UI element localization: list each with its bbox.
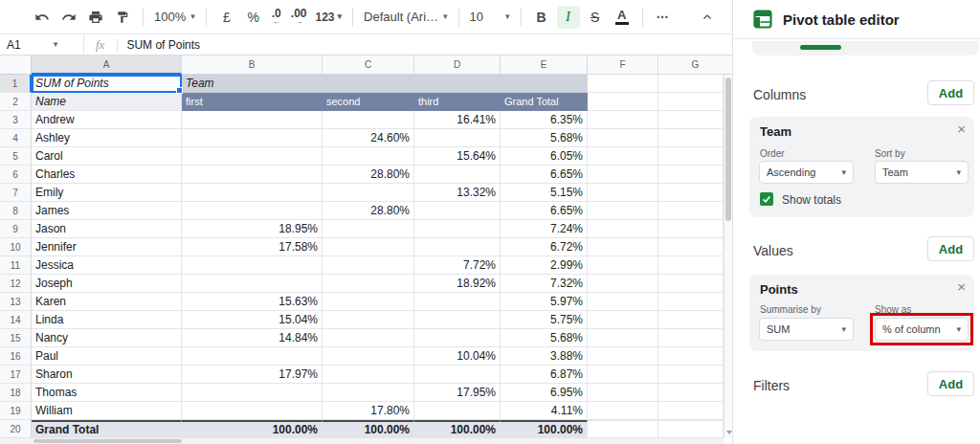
grand-total-value-cell[interactable]: 7.32% bbox=[501, 275, 588, 293]
third-value-cell[interactable] bbox=[414, 129, 501, 147]
cell[interactable] bbox=[588, 129, 658, 147]
name-cell[interactable]: Charles bbox=[32, 166, 182, 184]
strikethrough-button[interactable]: S bbox=[584, 6, 607, 29]
grand-total-value-cell[interactable]: 6.65% bbox=[501, 202, 588, 220]
summarise-by-dropdown[interactable]: SUM ▾ bbox=[759, 318, 854, 341]
third-value-cell[interactable] bbox=[414, 238, 501, 256]
first-value-cell[interactable] bbox=[182, 384, 323, 402]
grand-total-value-cell[interactable]: 5.15% bbox=[501, 184, 588, 202]
values-add-button[interactable]: Add bbox=[927, 236, 974, 261]
first-value-cell[interactable] bbox=[182, 256, 323, 275]
font-size-select[interactable]: 10 ▾ bbox=[470, 10, 510, 24]
cell[interactable] bbox=[658, 256, 724, 275]
row-header[interactable]: 17 bbox=[0, 366, 32, 384]
third-value-cell[interactable] bbox=[414, 166, 501, 184]
cell[interactable] bbox=[588, 420, 658, 438]
cell[interactable] bbox=[588, 238, 658, 256]
name-cell[interactable]: Emily bbox=[32, 184, 182, 202]
cell[interactable] bbox=[588, 402, 658, 420]
name-box[interactable]: A1 ▾ bbox=[0, 34, 84, 55]
cell[interactable] bbox=[658, 238, 724, 256]
grand-total-value-cell[interactable]: 6.35% bbox=[501, 111, 588, 129]
print-button[interactable] bbox=[84, 6, 107, 29]
second-value-cell[interactable]: 24.60% bbox=[323, 129, 414, 147]
second-value-cell[interactable]: 17.80% bbox=[323, 402, 414, 420]
pivot-column-header-grand-total[interactable]: Grand Total bbox=[501, 93, 588, 111]
columns-add-button[interactable]: Add bbox=[927, 80, 974, 105]
third-value-cell[interactable] bbox=[414, 366, 501, 384]
first-value-cell[interactable] bbox=[182, 166, 323, 184]
third-value-cell[interactable]: 7.72% bbox=[414, 256, 501, 275]
third-value-cell[interactable] bbox=[414, 311, 501, 329]
cell[interactable] bbox=[658, 129, 724, 147]
row-header[interactable]: 15 bbox=[0, 329, 32, 347]
cell[interactable] bbox=[658, 111, 724, 129]
name-cell[interactable]: Paul bbox=[32, 347, 182, 366]
cell[interactable] bbox=[658, 184, 724, 202]
show-totals-checkbox[interactable] bbox=[760, 192, 773, 206]
grand-total-value-cell[interactable]: 5.97% bbox=[501, 293, 588, 311]
column-header-f[interactable]: F bbox=[588, 56, 658, 75]
order-dropdown[interactable]: Ascending ▾ bbox=[759, 161, 854, 184]
second-value-cell[interactable] bbox=[323, 220, 414, 238]
first-value-cell[interactable] bbox=[182, 184, 323, 202]
column-header-a[interactable]: A bbox=[32, 56, 182, 75]
cell[interactable] bbox=[658, 347, 724, 366]
second-value-cell[interactable] bbox=[323, 384, 414, 402]
cell[interactable] bbox=[588, 220, 658, 238]
name-cell[interactable]: Ashley bbox=[32, 129, 182, 147]
cell[interactable] bbox=[588, 329, 658, 347]
cell[interactable] bbox=[658, 293, 724, 311]
column-header-d[interactable]: D bbox=[414, 56, 501, 75]
cell[interactable] bbox=[588, 384, 658, 402]
row-header[interactable]: 19 bbox=[0, 402, 32, 420]
third-value-cell[interactable]: 16.41% bbox=[414, 111, 501, 129]
first-value-cell[interactable] bbox=[182, 111, 323, 129]
italic-button[interactable]: I bbox=[557, 6, 580, 29]
vertical-scrollbar-thumb[interactable] bbox=[725, 78, 731, 221]
column-header-b[interactable]: B bbox=[182, 56, 323, 75]
cell[interactable] bbox=[588, 311, 658, 329]
cell[interactable] bbox=[658, 366, 724, 384]
name-cell[interactable]: Jessica bbox=[32, 256, 182, 275]
grand-total-value-cell[interactable]: 4.11% bbox=[501, 402, 588, 420]
cell[interactable] bbox=[658, 384, 724, 402]
row-header[interactable]: 13 bbox=[0, 293, 32, 311]
cell[interactable] bbox=[588, 166, 658, 184]
pivot-column-header-third[interactable]: third bbox=[414, 93, 501, 111]
second-value-cell[interactable] bbox=[323, 311, 414, 329]
row-header[interactable]: 11 bbox=[0, 256, 32, 275]
horizontal-scrollbar[interactable] bbox=[0, 438, 724, 444]
show-as-dropdown[interactable]: % of column ▾ bbox=[875, 318, 969, 341]
row-header[interactable]: 5 bbox=[0, 147, 32, 166]
cell[interactable] bbox=[588, 256, 658, 275]
horizontal-scrollbar-thumb[interactable] bbox=[33, 439, 182, 443]
third-value-cell[interactable] bbox=[414, 329, 501, 347]
name-cell[interactable]: Carol bbox=[32, 147, 182, 166]
cell[interactable] bbox=[588, 347, 658, 366]
cell[interactable] bbox=[588, 275, 658, 293]
cell[interactable] bbox=[658, 420, 724, 438]
first-value-cell[interactable] bbox=[182, 202, 323, 220]
vertical-scrollbar[interactable] bbox=[724, 75, 732, 438]
grand-total-first-cell[interactable]: 100.00% bbox=[182, 420, 323, 438]
row-header[interactable]: 18 bbox=[0, 384, 32, 402]
second-value-cell[interactable] bbox=[323, 111, 414, 129]
cell[interactable] bbox=[588, 202, 658, 220]
third-value-cell[interactable] bbox=[414, 293, 501, 311]
grand-total-value-cell[interactable]: 5.68% bbox=[501, 329, 588, 347]
formula-input[interactable]: SUM of Points bbox=[126, 38, 200, 52]
text-color-button[interactable]: A bbox=[611, 6, 634, 29]
first-value-cell[interactable] bbox=[182, 347, 323, 366]
name-cell[interactable]: Joseph bbox=[32, 275, 182, 293]
column-header-e[interactable]: E bbox=[501, 56, 588, 75]
row-header[interactable]: 14 bbox=[0, 311, 32, 329]
cell[interactable] bbox=[658, 402, 724, 420]
third-value-cell[interactable] bbox=[414, 202, 501, 220]
grand-total-value-cell[interactable]: 6.87% bbox=[501, 366, 588, 384]
third-value-cell[interactable]: 15.64% bbox=[414, 147, 501, 166]
row-header[interactable]: 7 bbox=[0, 184, 32, 202]
first-value-cell[interactable]: 18.95% bbox=[182, 220, 323, 238]
cell[interactable] bbox=[658, 147, 724, 166]
filters-add-button[interactable]: Add bbox=[927, 371, 974, 396]
